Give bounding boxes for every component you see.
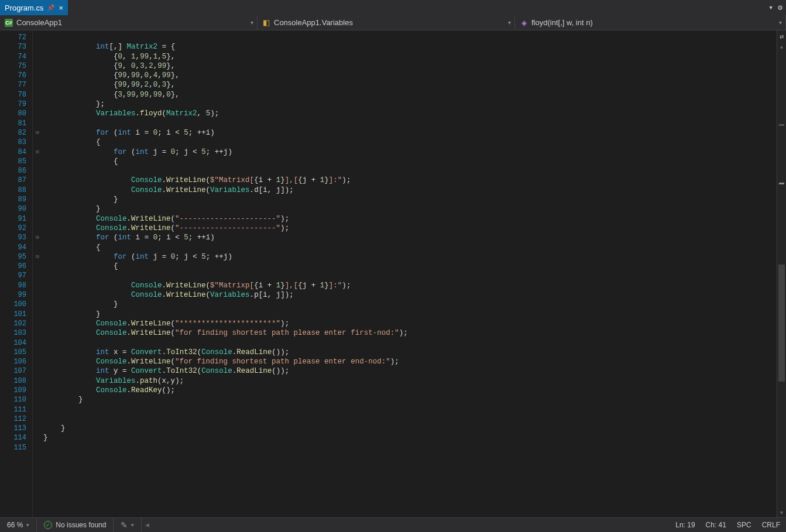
scrollbar-thumb[interactable] xyxy=(778,265,785,382)
method-name: floyd(int[,] w, int n) xyxy=(531,18,593,27)
cleanup-button[interactable]: ✎ ▾ xyxy=(114,518,142,532)
line-ending[interactable]: CRLF xyxy=(762,521,780,529)
method-icon: ◈ xyxy=(520,19,528,27)
scroll-up-icon[interactable]: ▲ xyxy=(777,44,786,50)
chevron-down-icon: ▾ xyxy=(779,19,782,26)
chevron-down-icon: ▾ xyxy=(508,19,511,26)
status-bar: 66 % ▾ ✓ No issues found ✎ ▾ ◀ Ln: 19 Ch… xyxy=(0,517,786,532)
chevron-down-icon: ▾ xyxy=(26,522,29,528)
close-icon[interactable]: × xyxy=(59,4,63,12)
tab-overflow-icon[interactable]: ▾ xyxy=(768,3,773,12)
tab-title: Program.cs xyxy=(5,4,43,12)
code-editor[interactable]: 7273747576777879808182838485868788899091… xyxy=(0,30,777,517)
issues-text: No issues found xyxy=(56,521,106,529)
split-editor-icon[interactable]: ⇄ xyxy=(777,30,786,42)
error-status[interactable]: ✓ No issues found xyxy=(37,518,114,532)
zoom-level[interactable]: 66 % ▾ xyxy=(0,518,37,532)
scrollbar-mark xyxy=(779,124,784,126)
zoom-value: 66 % xyxy=(7,521,23,529)
scrollbar-mark xyxy=(779,183,784,184)
line-gutter: 7273747576777879808182838485868788899091… xyxy=(0,30,33,517)
broom-icon: ✎ xyxy=(121,520,128,530)
fold-column[interactable]: ⊟⊟⊟⊟ xyxy=(33,30,42,517)
gear-icon[interactable]: ⚙ xyxy=(778,3,782,12)
project-name: ConsoleApp1 xyxy=(16,18,62,27)
cursor-line[interactable]: Ln: 19 xyxy=(675,521,695,529)
scroll-left-icon[interactable]: ◀ xyxy=(142,522,153,528)
cursor-col[interactable]: Ch: 41 xyxy=(706,521,726,529)
class-icon: ◧ xyxy=(262,19,270,27)
code-area[interactable]: int[,] Matrix2 = { {0, 1,99,1,5}, {9, 0,… xyxy=(42,30,777,517)
navigation-bar: C# ConsoleApp1 ▾ ◧ ConsoleApp1.Variables… xyxy=(0,15,786,30)
chevron-down-icon: ▾ xyxy=(250,19,253,26)
vertical-scrollbar[interactable]: ⇄ ▲ ▼ xyxy=(777,30,786,517)
class-selector[interactable]: ◧ ConsoleApp1.Variables ▾ xyxy=(258,15,515,30)
tab-bar: Program.cs 📌 × ▾ ⚙ xyxy=(0,0,786,15)
class-name: ConsoleApp1.Variables xyxy=(274,18,353,27)
chevron-down-icon: ▾ xyxy=(131,522,134,528)
method-selector[interactable]: ◈ floyd(int[,] w, int n) ▾ xyxy=(515,15,786,30)
project-selector[interactable]: C# ConsoleApp1 ▾ xyxy=(0,15,258,30)
check-icon: ✓ xyxy=(44,521,52,529)
file-tab[interactable]: Program.cs 📌 × xyxy=(0,0,68,15)
csharp-icon: C# xyxy=(5,19,13,27)
scroll-down-icon[interactable]: ▼ xyxy=(777,510,786,516)
indent-mode[interactable]: SPC xyxy=(737,521,751,529)
pin-icon[interactable]: 📌 xyxy=(47,4,55,12)
